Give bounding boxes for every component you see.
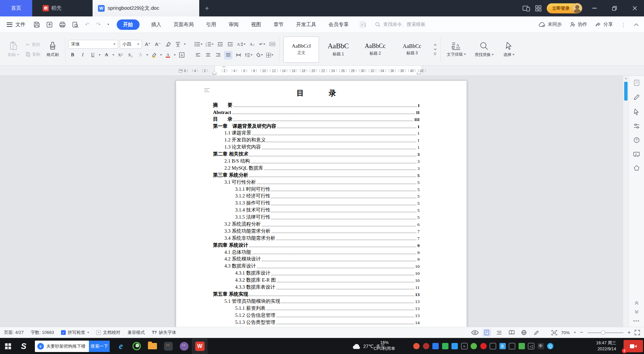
toc-entry[interactable]: 4.3.1 数据库设计 10 [213,269,420,276]
browser-360-button[interactable] [129,338,145,354]
tray-app-blue[interactable] [432,343,439,349]
tray-app-red[interactable] [413,343,420,349]
horizontal-ruler[interactable]: 642 246810121416182022242628303234363840… [0,66,644,76]
phone-icon[interactable] [509,343,515,349]
wifi-icon[interactable]: ≈ [461,343,468,349]
tab-selector-icon[interactable] [179,69,182,72]
phonetic-dropdown-icon[interactable] [184,44,186,45]
toc-entry[interactable]: 第一章 课题背景及研究内容 1 [213,122,420,129]
menu-tab[interactable]: 审阅 [228,20,239,29]
wps-office-button[interactable]: W [192,338,208,354]
close-button[interactable] [627,6,642,10]
previous-page-icon[interactable] [635,301,639,305]
adjust-slider-icon[interactable] [634,123,640,129]
toc-entry[interactable]: 第五章 系统实现 13 [213,290,420,297]
bold-icon[interactable]: B [68,51,77,59]
apps-grid-icon[interactable] [535,5,541,11]
toc-entry[interactable]: 4.1 总体功能 9 [213,248,420,255]
web-layout-icon[interactable] [520,329,528,337]
zoom-out-icon[interactable]: − [580,329,583,336]
menu-tab[interactable]: 会员专享 [328,20,350,29]
tray-shield-blue[interactable] [451,343,458,349]
clear-format-icon[interactable] [164,40,172,48]
page-indicator[interactable]: 页面: 4/27 [4,330,24,336]
toc-entry[interactable]: 3.1.5 法律可行性 5 [213,213,420,220]
shading-fill-icon[interactable] [255,51,264,59]
new-tab-button[interactable]: + [199,0,215,16]
sort-icon[interactable]: A↓ [248,40,256,48]
font-color-dropdown-icon[interactable] [174,54,176,56]
toc-entry[interactable]: 2.1 B/S 结构 3 [213,157,420,164]
text-effects-icon[interactable]: A [136,51,145,59]
copy-button[interactable]: 复制 [26,52,40,57]
find-replace-button[interactable]: 查找替换 [472,35,496,64]
toc-entry[interactable]: 3.4 系统非功能需求分析 7 [213,234,420,241]
toc-entry[interactable]: 5.1.2 公告信息管理 13 [213,311,420,318]
toc-entry[interactable]: 4.3 数据库设计 10 [213,262,420,269]
menu-tab[interactable]: 页面布局 [173,20,195,29]
highlight-icon[interactable] [150,51,158,59]
toc-entry[interactable]: 3.1.4 技术可行性 5 [213,206,420,213]
toc-entry[interactable]: 摘 要 I [213,101,420,108]
标题 2[interactable]: AaBbCc 标题 2 [357,37,393,63]
volume-icon[interactable]: ◁ [528,343,534,349]
file-explorer-button[interactable] [145,338,160,354]
tray-app-green[interactable] [471,343,477,349]
cursor-select-icon[interactable] [634,109,639,115]
show-paragraph-marks-icon[interactable]: ↵ [258,40,266,48]
text-effects-dropdown-icon[interactable] [146,54,148,56]
ime-icon[interactable]: 中 [538,343,544,349]
toc-entry[interactable]: Abstract II [213,108,420,115]
toc-entry[interactable]: 3.1 可行性分析 5 [213,178,420,185]
annotate-pen-icon[interactable] [634,94,640,100]
more-tools-icon[interactable]: ••• [633,318,640,323]
menu-tab[interactable]: 视图 [251,20,262,29]
read-mode-icon[interactable] [507,329,516,337]
fit-page-icon[interactable] [551,330,557,335]
toc-entry[interactable]: 1.3 论文研究内容 1 [213,143,420,150]
command-search[interactable]: 查找命令、搜索模板 [375,21,426,27]
word-count[interactable]: 字数: 10683 [31,330,54,336]
file-menu[interactable]: 文件 [7,21,25,28]
underline-icon[interactable]: U [89,51,97,59]
align-right-icon[interactable] [214,51,222,59]
align-justify-icon[interactable] [224,51,232,59]
cut-button[interactable]: ✂剪切 [26,42,40,48]
print-preview-icon[interactable] [72,21,78,28]
toc-entry[interactable]: 第二章 相关技术 3 [213,150,420,157]
zoom-in-icon[interactable]: + [628,330,631,336]
document-canvas[interactable]: 目 录 摘 要 I Abstract II [0,76,644,327]
tab-document[interactable]: W springboot229论文.doc [93,0,199,16]
next-page-icon[interactable] [635,310,639,314]
proofread-toggle[interactable]: ✕文档校对 [96,330,120,336]
menu-tab[interactable]: 引用 [206,20,217,29]
align-left-icon[interactable] [194,51,202,59]
toc-entry[interactable]: 5.1.1 薪资列表 13 [213,304,420,311]
spellcheck-toggle[interactable]: ✓拼写检查 [61,330,89,336]
eye-protect-icon[interactable] [471,330,479,335]
vertical-scrollbar[interactable]: ▲ [623,76,629,327]
font-name-combo[interactable]: 宋体 [68,40,118,49]
toc-entry[interactable]: 2.2 MySQL 数据库 3 [213,164,420,171]
scrollbar-thumb[interactable] [624,82,628,101]
highlight-dropdown-icon[interactable] [160,54,162,56]
line-spacing-icon[interactable] [244,51,253,59]
toc-entry[interactable]: 1.1 课题背景 1 [213,129,420,136]
format-painter-button[interactable]: 格式刷 [43,35,62,64]
increase-indent-icon[interactable] [226,40,234,48]
taskbar-clock[interactable]: 16:47 周三 2022/9/14 [572,340,616,353]
help-icon[interactable]: ? [634,137,640,143]
标题 3[interactable]: AaBbCc 标题 3 [394,37,430,63]
tab-home[interactable]: 首页 [0,0,32,16]
restore-button[interactable] [607,6,622,11]
numbered-list-icon[interactable]: 123 [205,40,214,48]
subscript-icon[interactable]: X₂ [126,51,135,59]
font-color-icon[interactable]: A [164,51,172,59]
underline-dropdown-icon[interactable] [99,54,101,56]
tab-docer[interactable]: 稻 稻壳 [32,0,72,16]
more-options-icon[interactable]: ⋮ [621,24,626,25]
zoom-dropdown-icon[interactable] [574,332,576,333]
scroll-up-icon[interactable]: ▲ [623,76,629,80]
ink-annotate-icon[interactable] [532,329,541,337]
undo-icon[interactable]: ↶ [85,21,90,28]
